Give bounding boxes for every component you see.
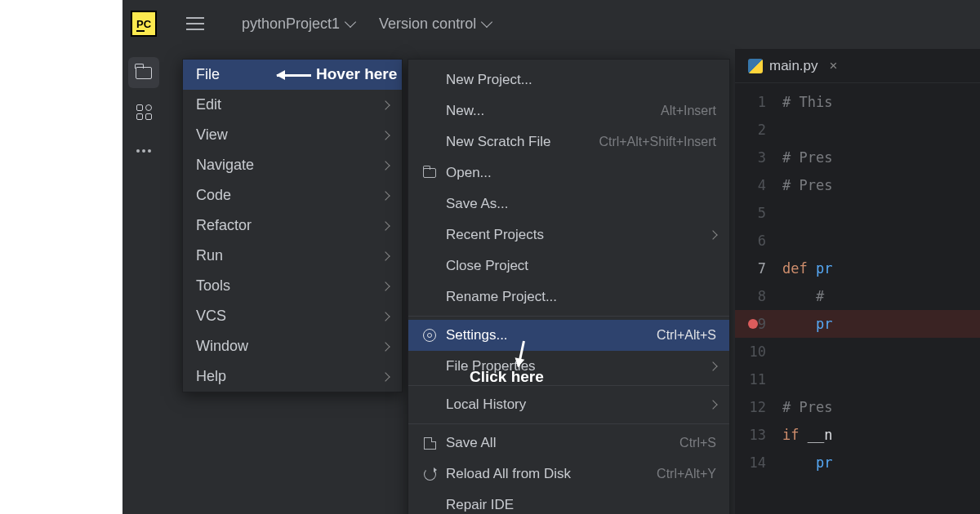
file-menu-item[interactable]: Settings...Ctrl+Alt+S	[408, 320, 729, 351]
file-menu-item[interactable]: Save As...	[408, 188, 729, 219]
menu-item-label: New Project...	[446, 72, 532, 88]
chevron-right-icon	[381, 312, 390, 321]
main-menu-item-vcs[interactable]: VCS	[183, 301, 402, 331]
main-menu-item-tools[interactable]: Tools	[183, 271, 402, 301]
file-menu-item[interactable]: Rename Project...	[408, 281, 729, 312]
vcs-selector[interactable]: Version control	[379, 16, 491, 33]
file-menu-item[interactable]: Repair IDE	[408, 490, 729, 514]
toolbar: PC pythonProject1 Version control	[122, 0, 980, 47]
file-menu-item[interactable]: Save AllCtrl+S	[408, 428, 729, 459]
close-tab-icon[interactable]: ×	[830, 58, 838, 74]
menu-item-label: Close Project	[446, 258, 528, 274]
menu-item-label: Code	[196, 187, 231, 204]
file-menu-item[interactable]: Close Project	[408, 250, 729, 281]
menu-item-label: Save All	[446, 435, 496, 451]
breakpoint-icon[interactable]	[748, 319, 758, 329]
separator	[408, 423, 729, 424]
code-text[interactable]: # This # Pres# Pres def pr # pr # Presif…	[782, 83, 980, 476]
line-number: 5	[735, 199, 766, 227]
line-number: 8	[735, 282, 766, 310]
editor-tabbar: main.py ×	[735, 49, 980, 83]
line-number: 11	[735, 366, 766, 393]
menu-item-label: File	[196, 66, 220, 83]
reload-icon	[424, 468, 436, 481]
separator	[408, 385, 729, 386]
chevron-right-icon	[381, 342, 390, 351]
tab-main[interactable]: main.py	[769, 58, 818, 74]
project-tool-button[interactable]	[128, 57, 159, 88]
menu-item-label: Tools	[196, 277, 230, 295]
left-rail	[122, 47, 165, 166]
vcs-label: Version control	[379, 16, 476, 33]
menu-item-label: Rename Project...	[446, 289, 557, 305]
main-menu-item-run[interactable]: Run	[183, 241, 402, 271]
menu-item-label: Reload All from Disk	[446, 466, 571, 482]
line-number: 6	[735, 227, 766, 255]
line-number: 12	[735, 393, 766, 421]
menu-item-label: New...	[446, 103, 484, 119]
chevron-down-icon	[345, 16, 356, 28]
main-menu-item-window[interactable]: Window	[183, 331, 402, 361]
menu-item-shortcut: Ctrl+S	[679, 436, 716, 450]
project-selector[interactable]: pythonProject1	[242, 16, 354, 33]
menu-item-label: New Scratch File	[446, 134, 550, 150]
menu-item-label: VCS	[196, 308, 226, 325]
menu-item-label: Repair IDE	[446, 497, 514, 513]
main-menu-item-code[interactable]: Code	[183, 180, 402, 210]
chevron-right-icon	[381, 191, 390, 200]
file-menu-item[interactable]: File Properties	[408, 351, 729, 382]
file-menu-item[interactable]: Local History	[408, 389, 729, 420]
main-menu-item-help[interactable]: Help	[183, 361, 402, 392]
editor-pane: main.py × 1234567891011121314 # This # P…	[735, 49, 980, 514]
main-menu-item-view[interactable]: View	[183, 120, 402, 150]
more-tool-button[interactable]	[128, 135, 159, 166]
menu-item-label: Recent Projects	[446, 227, 544, 243]
menu-item-shortcut: Ctrl+Alt+Y	[657, 467, 716, 481]
chevron-right-icon	[381, 281, 390, 290]
save-icon	[424, 437, 436, 450]
file-menu-item[interactable]: New Scratch FileCtrl+Alt+Shift+Insert	[408, 126, 729, 157]
menu-item-label: View	[196, 126, 228, 144]
menu-item-shortcut: Ctrl+Alt+S	[657, 328, 716, 343]
main-menu-popup: FileEditViewNavigateCodeRefactorRunTools…	[182, 59, 403, 392]
folder-icon	[136, 67, 152, 79]
structure-tool-button[interactable]	[128, 96, 159, 127]
file-menu-item[interactable]: Reload All from DiskCtrl+Alt+Y	[408, 459, 729, 490]
line-number: 3	[735, 144, 766, 171]
line-number: 7	[735, 255, 766, 282]
project-name: pythonProject1	[242, 16, 340, 33]
gear-icon	[423, 329, 436, 342]
gutter: 1234567891011121314	[735, 83, 774, 476]
chevron-right-icon	[381, 131, 390, 140]
menu-item-label: Help	[196, 368, 226, 385]
chevron-right-icon	[381, 100, 390, 109]
chevron-right-icon	[708, 400, 717, 409]
chevron-right-icon	[381, 221, 390, 230]
chevron-right-icon	[381, 161, 390, 170]
menu-item-label: Edit	[196, 96, 221, 113]
separator	[408, 316, 729, 317]
annotation-hover-arrow	[277, 74, 311, 77]
chevron-right-icon	[381, 372, 390, 381]
line-number: 10	[735, 338, 766, 366]
menu-item-label: Navigate	[196, 157, 254, 174]
line-number: 13	[735, 421, 766, 449]
main-menu-item-edit[interactable]: Edit	[183, 90, 402, 120]
menu-item-shortcut: Alt+Insert	[661, 104, 716, 118]
python-file-icon	[748, 59, 763, 73]
chevron-down-icon	[481, 16, 492, 28]
file-menu-item[interactable]: New...Alt+Insert	[408, 95, 729, 126]
chevron-right-icon	[381, 251, 390, 260]
file-menu-item[interactable]: New Project...	[408, 64, 729, 95]
menu-item-label: Settings...	[446, 327, 508, 343]
menu-item-label: Open...	[446, 165, 492, 181]
file-menu-item[interactable]: Open...	[408, 157, 729, 188]
main-menu-item-navigate[interactable]: Navigate	[183, 150, 402, 180]
hamburger-icon[interactable]	[186, 17, 204, 30]
menu-item-label: Save As...	[446, 196, 509, 212]
main-menu-item-refactor[interactable]: Refactor	[183, 210, 402, 241]
menu-item-shortcut: Ctrl+Alt+Shift+Insert	[599, 135, 716, 149]
file-menu-item[interactable]: Recent Projects	[408, 219, 729, 250]
chevron-right-icon	[708, 230, 717, 239]
menu-item-label: Run	[196, 247, 223, 264]
